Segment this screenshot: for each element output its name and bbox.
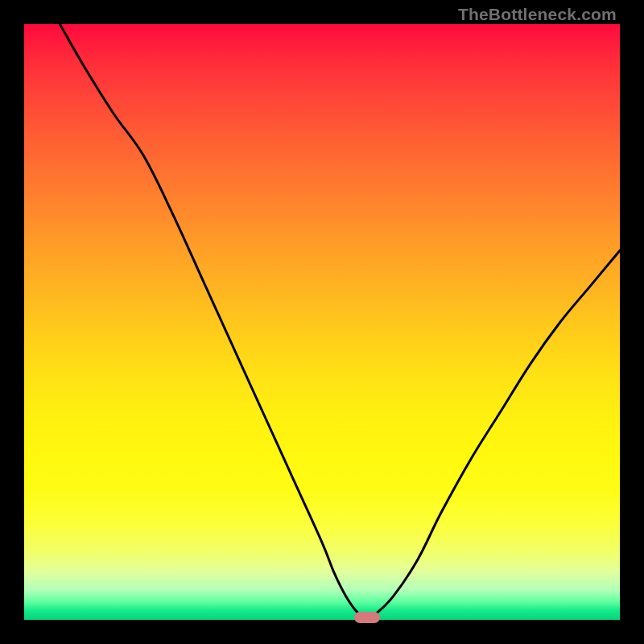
brand-watermark: TheBottleneck.com — [458, 5, 617, 24]
chart-frame: TheBottleneck.com — [0, 0, 644, 644]
plot-area — [24, 24, 620, 620]
curve-layer — [24, 24, 620, 620]
bottleneck-curve — [60, 24, 620, 617]
optimal-marker — [354, 612, 380, 623]
